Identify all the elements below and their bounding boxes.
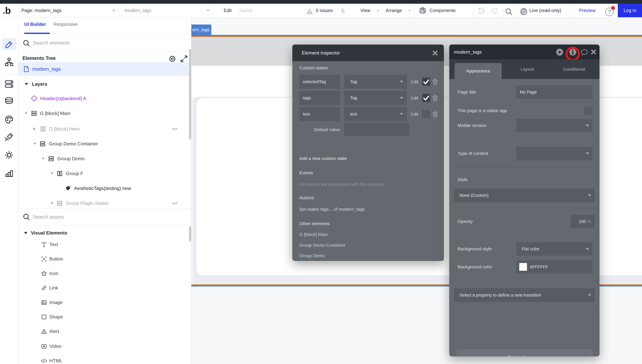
asset-item-link[interactable]: Link — [19, 281, 191, 295]
type-of-content-dropdown[interactable] — [516, 147, 593, 160]
transition-dropdown[interactable]: Select a property to define a new transi… — [454, 288, 595, 302]
list-checkbox-checked[interactable] — [422, 94, 430, 102]
live-version-label[interactable]: Live (read-only) — [529, 4, 561, 17]
preview-button[interactable]: Preview — [579, 4, 595, 17]
tab-conditional[interactable]: Conditional — [552, 60, 596, 79]
search-assets-input[interactable]: Search assets — [33, 214, 64, 220]
page-title-input[interactable]: My Page — [516, 86, 593, 99]
tree-item-g-block-hero[interactable]: G [block] Hero — [19, 122, 191, 136]
search-elements-input[interactable]: Search elements — [33, 40, 70, 46]
issues-counter[interactable]: 0 issues — [316, 4, 333, 17]
comment-icon[interactable] — [581, 48, 588, 56]
background-color-field[interactable]: #FFFFFF — [516, 260, 593, 274]
native-app-checkbox[interactable] — [584, 106, 593, 115]
tab-appearance[interactable]: Appearance — [455, 63, 502, 79]
caret-right-icon[interactable] — [34, 127, 36, 130]
bubble-logo[interactable]: b — [5, 4, 11, 17]
database-icon[interactable] — [5, 97, 14, 106]
visual-elements-header[interactable]: Visual Elements — [24, 230, 67, 236]
add-custom-state-link[interactable]: Add a new custom state — [299, 156, 347, 161]
tree-item-page[interactable]: modern_tags — [19, 62, 191, 76]
asset-item-image[interactable]: Image — [19, 295, 191, 310]
tree-item-group-plugin-states[interactable]: Group Plugin States — [19, 196, 191, 210]
hidden-eye-icon[interactable] — [172, 127, 178, 131]
search-icon[interactable] — [505, 8, 513, 16]
tab-responsive[interactable]: Responsive — [54, 22, 78, 27]
state-type-dropdown[interactable]: Tag — [344, 91, 407, 105]
plugins-icon[interactable] — [5, 132, 14, 142]
cursor-icon[interactable] — [340, 7, 347, 14]
state-type-dropdown[interactable]: text — [344, 107, 407, 121]
caret-down-icon[interactable] — [25, 112, 28, 114]
scrollbar-thumb[interactable] — [189, 226, 191, 242]
tree-item-layers[interactable]: Layers — [19, 77, 191, 92]
login-button[interactable]: Log in — [618, 4, 642, 17]
styles-palette-icon[interactable] — [5, 115, 14, 124]
edit-menu[interactable]: Edit — [224, 4, 232, 17]
list-checkbox-unchecked[interactable] — [422, 110, 430, 118]
tree-item-header-zqbackend[interactable]: Header(zqbackend) A — [19, 91, 191, 106]
settings-gear-icon[interactable] — [5, 150, 14, 160]
opacity-input[interactable]: 100 % — [571, 215, 595, 228]
caret-down-icon[interactable] — [42, 158, 45, 159]
asset-item-text[interactable]: Text — [19, 237, 191, 252]
state-name-input[interactable]: tags — [299, 91, 340, 105]
other-element-item[interactable]: Group Demo — [299, 253, 325, 258]
tree-item-group-f[interactable]: Group F — [19, 166, 191, 181]
asset-item-html[interactable]: HTML — [19, 354, 191, 364]
chevron-down-icon[interactable] — [112, 10, 115, 12]
scrollbar-thumb[interactable] — [189, 49, 191, 140]
trash-icon[interactable] — [432, 111, 439, 118]
caret-down-icon[interactable] — [50, 202, 53, 204]
tree-item-aesthetictags[interactable]: AestheticTags(testing) new — [19, 181, 191, 196]
action-item[interactable]: Set states tags... of modern_tags — [299, 207, 365, 212]
other-element-item[interactable]: G [block] Main — [299, 232, 328, 237]
tab-layout[interactable]: Layout — [509, 60, 546, 79]
redo-icon[interactable] — [490, 8, 498, 14]
canvas-page-tab[interactable]: ern_tags — [191, 24, 211, 35]
element-dropdown[interactable]: modern_tags — [125, 4, 152, 17]
components-cube-icon[interactable] — [418, 6, 427, 15]
style-dropdown[interactable]: None (Custom) — [454, 188, 595, 202]
tree-item-group-demo[interactable]: Group Demo — [19, 151, 191, 166]
design-pencil-icon[interactable] — [4, 39, 14, 49]
trash-icon[interactable] — [432, 78, 439, 85]
background-style-dropdown[interactable]: Flat color — [516, 242, 593, 256]
data-icon[interactable] — [5, 79, 14, 88]
hidden-eye-icon[interactable] — [172, 201, 178, 205]
asset-item-shape[interactable]: Shape — [19, 310, 191, 324]
other-element-item[interactable]: Group Demo Container — [299, 243, 345, 248]
close-icon[interactable] — [432, 50, 438, 56]
list-checkbox-checked[interactable] — [422, 78, 430, 86]
mobile-version-dropdown[interactable] — [516, 119, 593, 132]
chevron-down-icon[interactable] — [207, 10, 210, 12]
asset-item-video[interactable]: Video — [19, 339, 191, 354]
default-value-input[interactable] — [344, 123, 409, 136]
caret-down-icon[interactable] — [25, 83, 28, 85]
trash-icon[interactable] — [432, 94, 439, 101]
state-type-dropdown[interactable]: Tag — [344, 75, 407, 89]
element-inspector-header[interactable]: Element inspector — [292, 44, 444, 61]
locate-target-icon[interactable] — [169, 55, 176, 63]
asset-item-button[interactable]: Button — [19, 252, 191, 266]
asset-item-alert[interactable]: Alert — [19, 324, 191, 338]
view-menu[interactable]: View — [360, 4, 370, 17]
tree-item-group-demo-container[interactable]: Group Demo Container — [19, 136, 191, 151]
undo-icon[interactable] — [478, 8, 486, 14]
caret-down-icon[interactable] — [34, 143, 36, 144]
asset-item-icon[interactable]: Icon — [19, 266, 191, 281]
tree-item-g-block-main[interactable]: G [block] Main — [19, 106, 191, 121]
close-icon[interactable] — [591, 49, 596, 55]
page-selector[interactable]: Page: modern_tags — [22, 4, 62, 17]
logs-chart-icon[interactable] — [5, 168, 14, 178]
tab-ui-builder[interactable]: UI Builder — [24, 22, 46, 27]
expand-icon[interactable] — [180, 55, 188, 63]
preview-play-icon[interactable] — [556, 48, 563, 56]
state-name-input[interactable]: test — [299, 107, 340, 121]
caret-down-icon[interactable] — [24, 232, 27, 234]
workflow-icon[interactable] — [5, 57, 14, 66]
property-editor-header[interactable]: modern_tags — [449, 44, 599, 60]
state-name-input[interactable]: selectedTag — [299, 75, 340, 89]
arrange-menu[interactable]: Arrange — [386, 4, 402, 17]
caret-down-icon[interactable] — [50, 172, 53, 174]
